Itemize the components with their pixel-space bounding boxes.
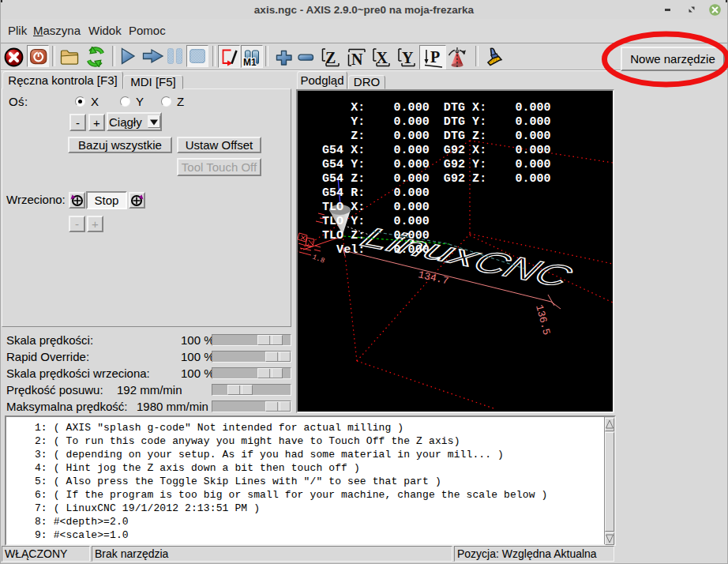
- svg-text:P: P: [430, 48, 440, 66]
- svg-text:Y: Y: [402, 49, 414, 66]
- svg-text:136.5: 136.5: [533, 303, 553, 337]
- svg-text:X: X: [377, 49, 388, 66]
- svg-text:Z: Z: [325, 49, 336, 66]
- svg-text:M1: M1: [243, 57, 257, 68]
- svg-text:134.7: 134.7: [417, 269, 449, 287]
- svg-text:N: N: [351, 51, 363, 68]
